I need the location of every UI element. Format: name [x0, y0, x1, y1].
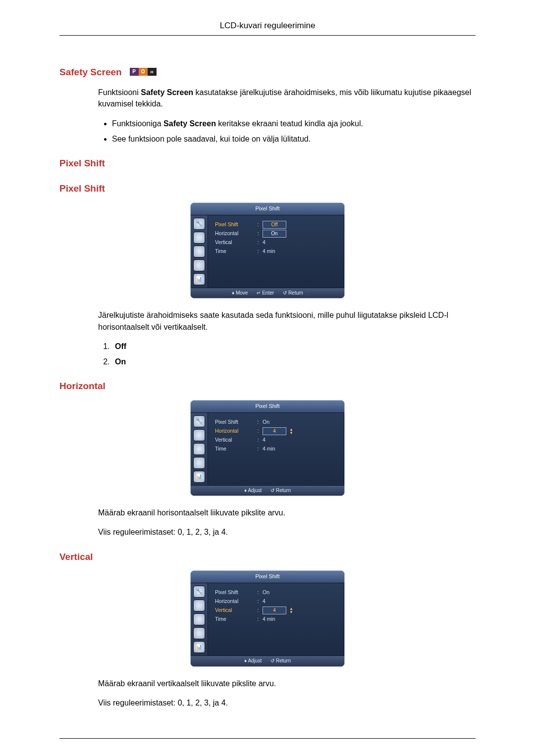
section-title-text: Safety Screen	[59, 65, 122, 79]
osd-footer: ♦ Adjust ↺ Return	[191, 655, 344, 666]
osd-panel-vertical: Pixel Shift 🔧 🖼 ⏱ ⚙ 📊 Pixel Shift : On	[190, 570, 345, 666]
osd-row-time[interactable]: Time : 4 min	[215, 445, 338, 454]
osd-value-chip: On	[263, 230, 286, 238]
osd-tab-time-icon[interactable]: ⏱	[194, 444, 205, 454]
osd-footer-adjust: ♦ Adjust	[244, 657, 262, 665]
option-label: On	[115, 357, 126, 366]
osd-label: Pixel Shift	[215, 589, 254, 596]
osd-value: On	[263, 418, 338, 426]
text-bold: Safety Screen	[163, 119, 216, 128]
osd-row-horizontal[interactable]: Horizontal : On	[215, 229, 338, 238]
source-icon-group: P O H	[130, 68, 157, 76]
safety-screen-intro: Funktsiooni Safety Screen kasutatakse jä…	[98, 87, 476, 109]
osd-title: Pixel Shift	[191, 401, 344, 413]
source-bnc-icon: O	[139, 68, 148, 76]
osd-tab-time-icon[interactable]: ⏱	[194, 246, 205, 257]
osd-value-chip: 4	[263, 427, 286, 435]
osd-row-pixel-shift[interactable]: Pixel Shift : Off	[215, 220, 338, 229]
osd-label: Horizontal	[215, 230, 254, 237]
osd-value: 4 min	[263, 445, 338, 453]
osd-row-time[interactable]: Time : 4 min	[215, 615, 338, 624]
source-hdmi-icon: H	[148, 68, 157, 76]
section-title-text: Horizontal	[59, 379, 106, 393]
osd-label: Vertical	[215, 436, 254, 444]
osd-side-icons: 🔧 🖼 ⏱ ⚙ 📊	[191, 413, 208, 485]
osd-label: Time	[215, 615, 254, 623]
osd-tab-time-icon[interactable]: ⏱	[194, 614, 205, 625]
section-title-text: Pixel Shift	[59, 156, 105, 170]
osd-value: On	[263, 589, 338, 596]
osd-side-icons: 🔧 🖼 ⏱ ⚙ 📊	[191, 215, 208, 288]
osd-footer: ♦ Adjust ↺ Return	[191, 485, 344, 496]
osd-tab-picture-icon[interactable]: 🖼	[194, 430, 205, 441]
osd-tab-setup-icon[interactable]: ⚙	[194, 457, 205, 468]
section-title-vertical: Vertical	[59, 550, 476, 564]
osd-label: Vertical	[215, 606, 254, 614]
osd-row-horizontal[interactable]: Horizontal : 4 ▲▼	[215, 427, 338, 436]
osd-footer: ♦ Move ↵ Enter ↺ Return	[191, 288, 344, 299]
vertical-desc-2: Viis reguleerimistaset: 0, 1, 2, 3, ja 4…	[98, 697, 476, 708]
footer-rule	[59, 738, 476, 739]
list-item: Off	[112, 341, 476, 352]
text-bold: Safety Screen	[141, 88, 193, 97]
option-label: Off	[115, 342, 126, 351]
osd-value: 4	[263, 436, 338, 444]
osd-footer-return: ↺ Return	[270, 487, 291, 495]
osd-tab-setup-icon[interactable]: ⚙	[194, 628, 205, 639]
osd-spinner-arrows-icon: ▲▼	[289, 607, 293, 614]
vertical-desc-1: Määrab ekraanil vertikaalselt liikuvate …	[98, 678, 476, 689]
section-title-text: Pixel Shift	[59, 182, 105, 196]
osd-label: Time	[215, 445, 254, 453]
list-item: Funktsiooniga Safety Screen keritakse ek…	[112, 118, 476, 129]
osd-value: 4	[263, 598, 338, 605]
osd-tab-picture-icon[interactable]: 🖼	[194, 600, 205, 611]
osd-tab-input-icon[interactable]: 🔧	[194, 586, 205, 597]
osd-label: Pixel Shift	[215, 418, 254, 426]
osd-label: Horizontal	[215, 427, 254, 435]
text: See funktsioon pole saadaval, kui toide …	[112, 135, 311, 143]
osd-value: 4 min	[263, 248, 338, 255]
osd-row-vertical[interactable]: Vertical : 4 ▲▼	[215, 606, 338, 615]
osd-row-pixel-shift[interactable]: Pixel Shift : On	[215, 418, 338, 427]
text: keritakse ekraani teatud kindla aja jook…	[216, 119, 363, 128]
osd-tab-input-icon[interactable]: 🔧	[194, 416, 205, 427]
pixel-shift-options: Off On	[98, 341, 476, 367]
osd-value: 4	[263, 239, 338, 246]
text: Funktsiooniga	[112, 119, 163, 128]
osd-label: Pixel Shift	[215, 221, 254, 228]
osd-label: Time	[215, 248, 254, 255]
section-title-text: Vertical	[59, 550, 93, 564]
osd-tab-multi-icon[interactable]: 📊	[194, 274, 205, 285]
osd-tab-input-icon[interactable]: 🔧	[194, 218, 205, 229]
osd-footer-move: ♦ Move	[232, 290, 248, 297]
osd-footer-enter: ↵ Enter	[257, 290, 274, 297]
osd-footer-adjust: ♦ Adjust	[244, 487, 262, 495]
section-title-pixel-shift-2: Pixel Shift	[59, 182, 476, 196]
horizontal-desc-1: Määrab ekraanil horisontaalselt liikuvat…	[98, 507, 476, 518]
osd-tab-setup-icon[interactable]: ⚙	[194, 260, 205, 271]
list-item: See funktsioon pole saadaval, kui toide …	[112, 133, 476, 145]
osd-row-horizontal[interactable]: Horizontal : 4	[215, 597, 338, 606]
osd-tab-picture-icon[interactable]: 🖼	[194, 232, 205, 243]
pixel-shift-desc: Järelkujutiste ärahoidmiseks saate kasut…	[98, 309, 476, 332]
osd-panel-pixel-shift: Pixel Shift 🔧 🖼 ⏱ ⚙ 📊 Pixel Shift : Off	[190, 202, 345, 299]
osd-spinner-arrows-icon: ▲▼	[289, 428, 293, 435]
source-pc-icon: P	[130, 68, 139, 76]
osd-label: Horizontal	[215, 598, 254, 605]
osd-value-chip: Off	[263, 221, 286, 229]
osd-footer-return: ↺ Return	[283, 290, 303, 297]
osd-tab-multi-icon[interactable]: 📊	[194, 642, 205, 653]
list-item: On	[112, 356, 476, 367]
osd-value: 4 min	[263, 615, 338, 623]
osd-row-vertical[interactable]: Vertical : 4	[215, 436, 338, 445]
osd-row-time[interactable]: Time : 4 min	[215, 247, 338, 256]
section-title-safety-screen: Safety Screen P O H	[59, 65, 476, 79]
osd-row-vertical[interactable]: Vertical : 4	[215, 238, 338, 247]
osd-panel-horizontal: Pixel Shift 🔧 🖼 ⏱ ⚙ 📊 Pixel Shift : On	[190, 400, 345, 496]
osd-value-chip: 4	[263, 606, 286, 614]
osd-row-pixel-shift[interactable]: Pixel Shift : On	[215, 588, 338, 597]
section-title-horizontal: Horizontal	[59, 379, 476, 393]
osd-footer-return: ↺ Return	[270, 657, 291, 665]
osd-tab-multi-icon[interactable]: 📊	[194, 471, 205, 482]
osd-title: Pixel Shift	[191, 571, 344, 583]
